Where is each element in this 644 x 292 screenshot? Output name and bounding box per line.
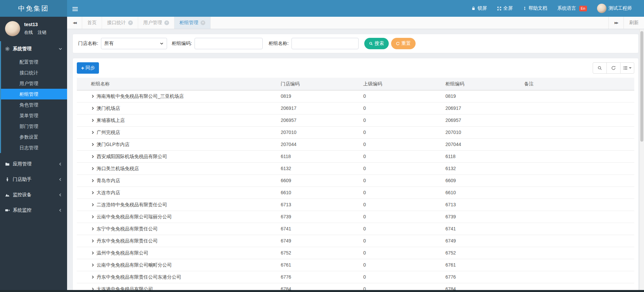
group-code-input[interactable] xyxy=(195,38,263,49)
tab-cabinet-group-management[interactable]: 柜组管理 × xyxy=(174,17,211,29)
sidebar-subitem[interactable]: 角色管理 xyxy=(1,99,67,110)
sidebar-subitem[interactable]: 菜单管理 xyxy=(1,110,67,121)
expand-row-icon[interactable] xyxy=(91,214,95,219)
sidebar-item-app-management[interactable]: 应用管理 xyxy=(1,156,67,172)
page-scrollbar[interactable] xyxy=(639,29,644,292)
expand-row-icon[interactable] xyxy=(91,166,95,171)
table-row[interactable]: 丹东中免免税品有限责任公司674906749 xyxy=(77,235,634,247)
lock-screen-button[interactable]: 锁屏 xyxy=(471,5,487,11)
sidebar-subitem[interactable]: 参数设置 xyxy=(1,132,67,142)
expand-row-icon[interactable] xyxy=(91,118,95,123)
reset-button[interactable]: 重置 xyxy=(391,38,416,49)
sidebar-toggle-button[interactable] xyxy=(67,0,83,17)
expand-row-icon[interactable] xyxy=(91,226,95,231)
tab-home[interactable]: 首页 xyxy=(82,17,102,29)
group-name-text: 温州中免免税品有限公司 xyxy=(97,250,148,256)
gear-icon xyxy=(5,47,10,51)
close-icon[interactable]: × xyxy=(128,20,133,25)
table-row[interactable]: 温州中免免税品有限公司675206752 xyxy=(77,247,634,259)
sync-button-label: 同步 xyxy=(86,65,95,71)
expand-row-icon[interactable] xyxy=(91,154,95,159)
sidebar-subitem[interactable]: 配置管理 xyxy=(1,57,67,67)
sidebar-item-system-monitor[interactable]: 系统监控 xyxy=(1,203,67,218)
table-refresh-button[interactable] xyxy=(606,62,621,74)
cell-value xyxy=(519,90,634,102)
close-icon[interactable]: × xyxy=(164,20,169,25)
select-value: 所有 xyxy=(104,41,114,47)
table-columns-button[interactable] xyxy=(620,62,634,74)
sidebar-menu: 系统管理 配置管理接口统计用户管理柜组管理角色管理菜单管理部门管理参数设置日志管… xyxy=(0,41,67,218)
expand-row-icon[interactable] xyxy=(91,274,95,280)
search-button[interactable]: 搜索 xyxy=(364,38,389,49)
help-docs-button[interactable]: 帮助文档 xyxy=(523,5,547,11)
table-row[interactable]: 云南中免免税品有限公司畹町分公司676106761 xyxy=(77,259,634,271)
fullscreen-label: 全屏 xyxy=(503,5,513,11)
expand-row-icon[interactable] xyxy=(91,202,95,207)
table-row[interactable]: 云南中免免税品有限公司瑞丽分公司673906739 xyxy=(77,211,634,223)
expand-row-icon[interactable] xyxy=(91,130,95,135)
expand-row-icon[interactable] xyxy=(91,190,95,195)
table-row[interactable]: 丹东中免免税品有限责任公司东港分公司677606776 xyxy=(77,271,634,283)
sidebar-subitem[interactable]: 接口统计 xyxy=(1,67,67,78)
tab-interface-stats[interactable]: 接口统计 × xyxy=(102,17,138,29)
expand-row-icon[interactable] xyxy=(91,93,95,99)
tabs-scroll-left-button[interactable]: ◀◀ xyxy=(67,17,82,29)
video-camera-icon xyxy=(5,208,10,213)
table-row[interactable]: 柬埔寨线上店2069570206957 xyxy=(77,115,634,127)
table-row[interactable]: 澳门GLP市内店2070440207044 xyxy=(77,139,634,151)
avatar xyxy=(597,4,606,13)
cell-value: 6739 xyxy=(275,211,358,223)
expand-row-icon[interactable] xyxy=(91,250,95,256)
close-icon[interactable]: × xyxy=(201,20,205,25)
double-chevron-right-icon: ▶▶ xyxy=(614,21,618,24)
expand-row-icon[interactable] xyxy=(91,238,95,243)
sync-button[interactable]: 同步 xyxy=(77,62,99,74)
cell-value: 6610 xyxy=(440,187,519,199)
sidebar-subitem[interactable]: 柜组管理 xyxy=(1,89,67,99)
logout-link[interactable]: 注销 xyxy=(38,29,46,35)
table-row[interactable]: 青岛市内店660906609 xyxy=(77,175,634,187)
fullscreen-icon xyxy=(497,6,501,11)
cell-value: 0 xyxy=(358,102,440,115)
cell-value xyxy=(519,259,634,271)
table-row[interactable]: 广州完税店2070100207010 xyxy=(77,127,634,139)
sidebar-subitem[interactable]: 部门管理 xyxy=(1,121,67,132)
table-row[interactable]: 大连市内店661006610 xyxy=(77,187,634,199)
user-menu[interactable]: 测试工程师 xyxy=(597,4,632,13)
app-logo[interactable]: 中免集团 xyxy=(0,0,67,17)
cell-value: 6749 xyxy=(275,235,358,247)
sidebar-subitem[interactable]: 用户管理 xyxy=(1,78,67,89)
sidebar-subitem[interactable]: 日志管理 xyxy=(1,142,67,153)
language-button[interactable]: 系统语言 En xyxy=(557,5,587,11)
cell-value: 207010 xyxy=(440,127,519,139)
sidebar-item-system-management[interactable]: 系统管理 xyxy=(1,41,67,57)
table-row[interactable]: 二连浩特中免免税品有限责任公司671306713 xyxy=(77,199,634,211)
search-icon xyxy=(369,42,373,46)
tabs-scroll-right-button[interactable]: ▶▶ xyxy=(608,17,624,29)
sidebar-item-monitor-devices[interactable]: 监控设备 xyxy=(1,187,67,203)
lock-screen-label: 锁屏 xyxy=(478,5,487,11)
tab-refresh-button[interactable]: 刷新 xyxy=(624,17,644,29)
avatar xyxy=(5,21,20,36)
sidebar-item-label: 应用管理 xyxy=(13,161,32,167)
table-row[interactable]: 海口美兰机场免税店613206132 xyxy=(77,163,634,175)
table-search-button[interactable] xyxy=(593,62,607,74)
tab-user-management[interactable]: 用户管理 × xyxy=(138,17,174,29)
table-row[interactable]: 西安咸阳国际机场免税品有限公司611806118 xyxy=(77,151,634,163)
expand-row-icon[interactable] xyxy=(91,142,95,147)
store-name-select[interactable]: 所有 xyxy=(101,38,167,49)
table-row[interactable]: 海南海航中免免税品有限公司_三亚机场店081900819 xyxy=(77,90,634,102)
cell-value: 6741 xyxy=(440,223,519,235)
language-label: 系统语言 xyxy=(557,5,576,11)
scrollbar-thumb[interactable] xyxy=(640,31,643,142)
fullscreen-button[interactable]: 全屏 xyxy=(497,5,513,11)
expand-row-icon[interactable] xyxy=(91,262,95,268)
table-row[interactable]: 澳门机场店2069170206917 xyxy=(77,102,634,115)
help-docs-label: 帮助文档 xyxy=(529,5,547,11)
sidebar-item-label: 监控设备 xyxy=(13,192,32,198)
expand-row-icon[interactable] xyxy=(91,105,95,111)
sidebar-item-store-assistant[interactable]: 门店助手 xyxy=(1,172,67,187)
table-row[interactable]: 东宁中免免税品有限责任公司674106741 xyxy=(77,223,634,235)
expand-row-icon[interactable] xyxy=(91,178,95,183)
group-name-input[interactable] xyxy=(291,38,359,49)
